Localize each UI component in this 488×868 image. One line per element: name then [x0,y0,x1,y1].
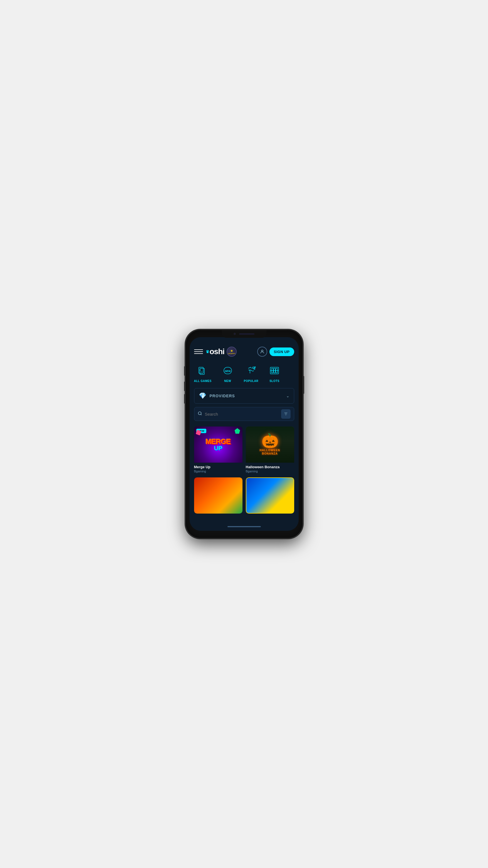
game-card-halloween[interactable]: 🎃 HALLOWEENBONANZA Halloween Bonanza Bga… [246,427,294,474]
svg-text:A: A [199,369,201,371]
category-slots[interactable]: SLOTS [263,363,286,382]
home-indicator [190,523,299,531]
svg-point-15 [198,412,201,415]
hamburger-menu-button[interactable] [194,347,203,356]
svg-text:7: 7 [201,371,202,373]
all-games-label: ALL GAMES [194,379,212,382]
chevron-down-icon: ⌄ [286,394,289,398]
popular-icon [244,363,258,378]
popular-label: POPULAR [244,379,258,382]
game-title-halloween: Halloween Bonanza [246,465,294,469]
pumpkin-icon: 🎃 [261,434,279,447]
gem-decoration [235,428,240,434]
halloween-thumbnail: 🎃 HALLOWEENBONANZA [246,427,294,463]
game-info-halloween: Halloween Bonanza Bgaming [246,463,294,474]
games-grid: NEW MERGE UP Merge Up Bgaming [190,424,299,518]
user-account-button[interactable] [257,347,267,356]
jackpot-label: JACKPOT [228,353,235,354]
svg-point-0 [261,350,263,352]
game-title-merge-up: Merge Up [194,465,242,469]
halloween-title: HALLOWEENBONANZA [260,449,280,456]
svg-point-9 [254,368,255,369]
game-provider-merge-up: Bgaming [194,470,242,473]
all-games-icon: 7 A [195,363,210,378]
header-right: SIGN UP [257,347,294,356]
home-bar [227,526,261,527]
up-text: UP [214,445,223,451]
gem-decoration-2 [195,430,201,436]
slots-label: SLOTS [269,379,280,382]
providers-dropdown[interactable]: 💎 PROVIDERS ⌄ [194,388,294,404]
merge-text: MERGE [205,438,230,445]
categories-list: 7 A ALL GAMES NEW NEW [190,359,299,385]
category-new[interactable]: NEW NEW [216,363,239,382]
crown-icon: ♛ [206,349,209,354]
phone-shell: ♛ oshi ★ JACKPOT SIGN UP [186,330,302,538]
jackpot-badge[interactable]: ★ JACKPOT [227,347,237,356]
merge-up-thumbnail: NEW MERGE UP [194,427,242,463]
main-content: 7 A ALL GAMES NEW NEW [190,359,299,523]
search-icon [198,411,202,417]
new-icon: NEW [221,363,235,378]
phone-notch [222,330,266,338]
signup-button[interactable]: SIGN UP [269,347,294,356]
partial-game-1-thumbnail [194,477,242,514]
filter-button[interactable] [281,409,291,419]
search-input[interactable] [205,412,281,416]
game-card-merge-up[interactable]: NEW MERGE UP Merge Up Bgaming [194,427,242,474]
new-label: NEW [224,379,231,382]
halloween-art: 🎃 HALLOWEENBONANZA [246,427,294,463]
game-card-partial-1[interactable] [194,477,242,514]
star-icon: ★ [230,349,233,353]
search-bar [194,407,294,421]
svg-line-16 [201,414,202,415]
logo-text: oshi [210,347,225,356]
game-info-merge-up: Merge Up Bgaming [194,463,242,474]
partial-game-2-thumbnail [246,477,294,514]
svg-text:NEW: NEW [225,370,231,373]
speaker [239,333,254,335]
providers-label: PROVIDERS [210,394,286,398]
front-camera [234,333,236,335]
merge-up-art: MERGE UP [194,427,242,463]
logo-area: ♛ oshi ★ JACKPOT [206,347,254,356]
svg-point-8 [254,367,256,368]
status-bar [190,337,299,344]
phone-screen: ♛ oshi ★ JACKPOT SIGN UP [190,337,299,531]
game-card-partial-2[interactable] [246,477,294,514]
game-provider-halloween: Bgaming [246,470,294,473]
category-all-games[interactable]: 7 A ALL GAMES [190,363,216,382]
category-popular[interactable]: POPULAR [239,363,263,382]
providers-icon: 💎 [199,392,206,400]
header: ♛ oshi ★ JACKPOT SIGN UP [190,344,299,359]
slots-icon [267,363,282,378]
logo: ♛ oshi [206,347,225,356]
halloween-title-wrap: HALLOWEENBONANZA [260,449,280,456]
